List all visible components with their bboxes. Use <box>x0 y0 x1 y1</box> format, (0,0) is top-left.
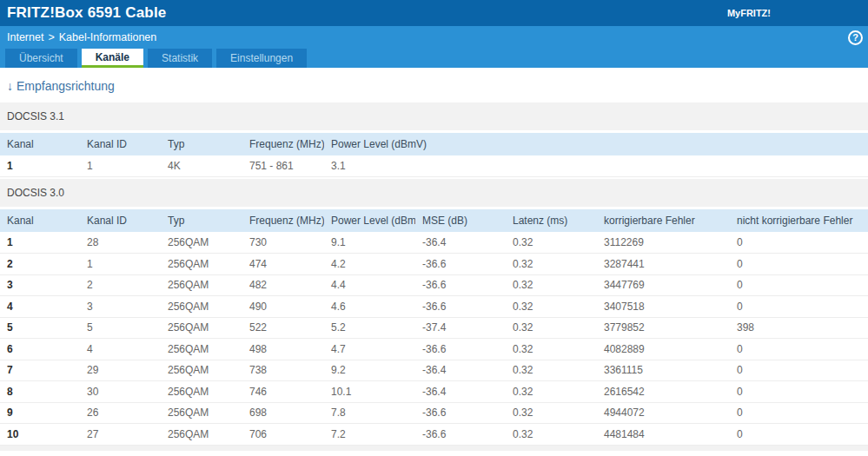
table-cell: 0.32 <box>506 296 597 318</box>
docsis31-section-title: DOCSIS 3.1 <box>0 102 868 130</box>
table-cell: 3287441 <box>597 254 730 275</box>
table-cell: 5 <box>80 317 161 339</box>
column-header: Kanal ID <box>80 133 161 155</box>
table-cell: 0 <box>730 232 868 254</box>
table-cell: 522 <box>242 317 324 339</box>
table-cell: 4 <box>80 339 161 360</box>
table-cell: 4.7 <box>324 339 415 360</box>
table-cell: 256QAM <box>161 339 242 360</box>
table-cell: 0 <box>730 424 868 446</box>
table-cell: -36.6 <box>415 296 506 318</box>
table-cell: 746 <box>242 381 324 403</box>
table-cell: 0 <box>730 274 868 296</box>
table-cell: 28 <box>80 232 161 254</box>
downstream-arrow-icon: ↓ <box>7 79 13 93</box>
table-cell: 4944072 <box>597 402 730 424</box>
table-header-row: KanalKanal IDTypFrequenz (MHz)Power Leve… <box>0 133 868 155</box>
tab-statistik[interactable]: Statistik <box>148 49 212 68</box>
table-cell: 474 <box>242 254 324 275</box>
table-cell: 256QAM <box>161 381 242 403</box>
table-cell: 9.2 <box>324 360 415 381</box>
column-header: nicht korrigierbare Fehler <box>730 209 868 232</box>
table-cell: 0 <box>730 339 868 360</box>
table-cell: 27 <box>80 424 161 446</box>
table-cell: 4 <box>0 296 80 318</box>
tab-uebersicht[interactable]: Übersicht <box>5 49 77 68</box>
table-row: 32256QAM4824.4-36.60.3234477690 <box>0 274 868 296</box>
table-cell: -37.4 <box>415 317 506 339</box>
table-cell: 10.1 <box>324 381 415 403</box>
table-cell: 0 <box>730 360 868 381</box>
table-row: 926256QAM6987.8-36.60.3249440720 <box>0 402 868 424</box>
tab-kanaele[interactable]: Kanäle <box>82 49 143 68</box>
table-cell: -36.6 <box>415 339 506 360</box>
table-row: 114K751 - 8613.1 <box>0 155 868 177</box>
table-cell: 256QAM <box>161 232 242 254</box>
table-cell: 3.1 <box>324 155 868 177</box>
table-cell: 26 <box>80 402 161 424</box>
table-cell: 3112269 <box>597 232 730 254</box>
table-cell: 0 <box>730 402 868 424</box>
table-header-row: KanalKanal IDTypFrequenz (MHz)Power Leve… <box>0 209 868 232</box>
page-title: FRITZ!Box 6591 Cable <box>7 4 167 22</box>
table-cell: 498 <box>242 339 324 360</box>
table-cell: 2 <box>80 274 161 296</box>
table-cell: 0 <box>730 296 868 318</box>
table-cell: 738 <box>242 360 324 381</box>
table-cell: 1 <box>80 254 161 275</box>
table-cell: 3779852 <box>597 317 730 339</box>
table-cell: 7 <box>0 360 80 381</box>
docsis30-section-title: DOCSIS 3.0 <box>0 179 868 207</box>
table-cell: 256QAM <box>161 402 242 424</box>
column-header: Kanal ID <box>80 209 161 232</box>
table-cell: 0.32 <box>506 381 597 403</box>
main-content: ↓Empfangsrichtung DOCSIS 3.1 KanalKanal … <box>0 79 868 451</box>
table-cell: 0 <box>730 254 868 275</box>
myfritz-link[interactable]: MyFRITZ! <box>727 0 771 26</box>
table-cell: 3447769 <box>597 274 730 296</box>
column-header: Power Level (dBmV) <box>324 133 868 155</box>
docsis30-table-container: KanalKanal IDTypFrequenz (MHz)Power Leve… <box>0 209 868 446</box>
next-section-band <box>0 446 868 451</box>
table-cell: 398 <box>730 317 868 339</box>
table-cell: 9 <box>0 402 80 424</box>
column-header: Typ <box>161 133 242 155</box>
docsis31-section: DOCSIS 3.1 KanalKanal IDTypFrequenz (MHz… <box>0 102 868 177</box>
top-header-bar: FRITZ!Box 6591 Cable MyFRITZ! <box>0 0 868 26</box>
table-cell: -36.6 <box>415 274 506 296</box>
table-row: 64256QAM4984.7-36.60.3240828890 <box>0 339 868 360</box>
table-cell: 9.1 <box>324 232 415 254</box>
table-cell: -36.6 <box>415 402 506 424</box>
section-heading-label: Empfangsrichtung <box>17 79 115 93</box>
table-cell: -36.4 <box>415 381 506 403</box>
navigation-bar: Internet > Kabel-Informationen ? Übersic… <box>0 26 868 68</box>
column-header: Kanal <box>0 133 80 155</box>
docsis30-table: KanalKanal IDTypFrequenz (MHz)Power Leve… <box>0 209 868 446</box>
breadcrumb-current-page: Kabel-Informationen <box>59 31 157 43</box>
table-cell: 7.2 <box>324 424 415 446</box>
help-icon[interactable]: ? <box>848 30 863 45</box>
tab-einstellungen[interactable]: Einstellungen <box>216 49 307 68</box>
table-cell: 4082889 <box>597 339 730 360</box>
table-cell: 4K <box>161 155 242 177</box>
table-cell: 0.32 <box>506 360 597 381</box>
table-cell: 490 <box>242 296 324 318</box>
table-cell: 3 <box>80 296 161 318</box>
table-row: 729256QAM7389.2-36.40.3233611150 <box>0 360 868 381</box>
table-cell: 4.2 <box>324 254 415 275</box>
table-cell: 256QAM <box>161 317 242 339</box>
table-cell: 10 <box>0 424 80 446</box>
table-cell: 4.6 <box>324 296 415 318</box>
tab-bar: Übersicht Kanäle Statistik Einstellungen <box>0 49 868 68</box>
table-cell: 698 <box>242 402 324 424</box>
table-cell: 730 <box>242 232 324 254</box>
table-cell: 256QAM <box>161 424 242 446</box>
table-cell: 5 <box>0 317 80 339</box>
table-cell: 4481484 <box>597 424 730 446</box>
table-cell: 1 <box>0 155 80 177</box>
breadcrumb-internet[interactable]: Internet <box>7 31 43 43</box>
column-header: Typ <box>161 209 242 232</box>
table-row: 830256QAM74610.1-36.40.3226165420 <box>0 381 868 403</box>
column-header: Power Level (dBmV) <box>324 209 415 232</box>
table-row: 1027256QAM7067.2-36.60.3244814840 <box>0 424 868 446</box>
